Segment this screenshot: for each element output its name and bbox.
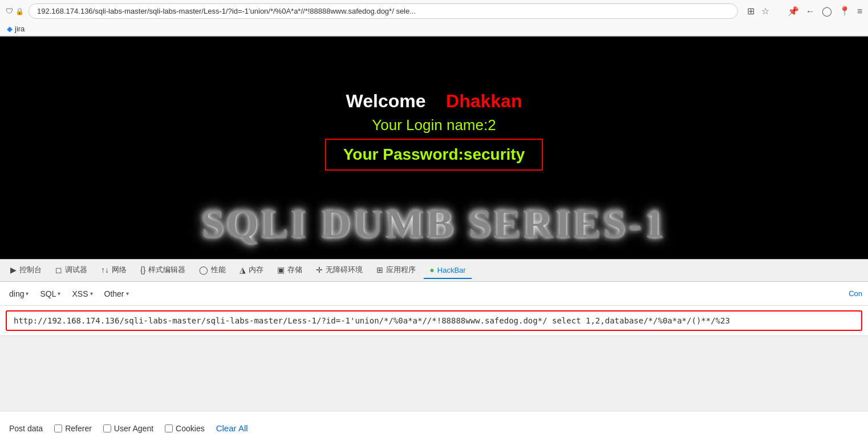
perf-icon: ◯ bbox=[199, 265, 208, 274]
user-agent-label: User Agent bbox=[114, 424, 153, 433]
sqli-title: SQLI DUMB SERIES-1 bbox=[0, 200, 868, 248]
main-content: Welcome Dhakkan Your Login name:2 Your P… bbox=[0, 37, 868, 259]
star-icon[interactable]: ☆ bbox=[761, 6, 769, 17]
devtools-tab-debugger[interactable]: ◻ 调试器 bbox=[50, 261, 93, 280]
debugger-icon: ◻ bbox=[55, 265, 62, 274]
devtools-tab-hackbar[interactable]: ● HackBar bbox=[424, 262, 471, 279]
url-input[interactable] bbox=[6, 310, 862, 331]
apps-icon: ⊞ bbox=[376, 265, 383, 274]
welcome-label: Welcome bbox=[346, 91, 426, 111]
referer-checkbox[interactable] bbox=[54, 424, 62, 432]
perf-label: 性能 bbox=[211, 265, 226, 275]
grid-icon[interactable]: ⊞ bbox=[747, 6, 755, 17]
back-icon[interactable]: ← bbox=[806, 6, 815, 17]
devtools-tab-perf[interactable]: ◯ 性能 bbox=[193, 261, 232, 280]
pin-icon[interactable]: 📌 bbox=[788, 6, 799, 17]
clear-all-button[interactable]: Clear All bbox=[216, 423, 248, 433]
memory-icon: ◮ bbox=[240, 265, 246, 274]
ding-chevron: ▾ bbox=[26, 290, 29, 297]
apps-label: 应用程序 bbox=[386, 265, 416, 275]
bookmark-bar: ◆ jira bbox=[0, 22, 868, 36]
devtools-tab-memory[interactable]: ◮ 内存 bbox=[234, 261, 269, 280]
hackbar-dropdown-other[interactable]: Other ▾ bbox=[101, 288, 132, 300]
menu-icon[interactable]: ≡ bbox=[857, 6, 862, 17]
other-chevron: ▾ bbox=[126, 290, 129, 297]
sql-chevron: ▾ bbox=[58, 290, 60, 297]
bookmark-label: jira bbox=[15, 25, 25, 33]
welcome-heading: Welcome Dhakkan bbox=[325, 91, 543, 112]
xss-chevron: ▾ bbox=[90, 290, 93, 297]
cookies-checkbox[interactable] bbox=[165, 424, 173, 432]
referer-label: Referer bbox=[65, 424, 92, 433]
hackbar-toolbar: ding ▾ SQL ▾ XSS ▾ Other ▾ Con bbox=[0, 282, 868, 306]
jira-icon: ◆ bbox=[7, 25, 13, 33]
devtools-tab-storage[interactable]: ▣ 存储 bbox=[271, 261, 308, 280]
debugger-label: 调试器 bbox=[65, 265, 87, 275]
storage-icon: ▣ bbox=[277, 265, 285, 274]
network-label: 网络 bbox=[112, 265, 127, 275]
address-bar-row: 🛡 🔒 192.168.174.136/sqli-labs-master/sql… bbox=[0, 0, 868, 22]
devtools-tab-console[interactable]: ▶ 控制台 bbox=[5, 261, 47, 280]
cookies-label: Cookies bbox=[176, 424, 205, 433]
devtools-tab-apps[interactable]: ⊞ 应用程序 bbox=[371, 261, 421, 280]
bookmark-jira[interactable]: ◆ jira bbox=[7, 25, 25, 33]
devtools-bar: ▶ 控制台 ◻ 调试器 ↑↓ 网络 {} 样式编辑器 ◯ 性能 ◮ 内存 ▣ 存… bbox=[0, 259, 868, 282]
sql-label: SQL bbox=[40, 289, 56, 298]
sqli-title-text: SQLI DUMB SERIES-1 bbox=[0, 200, 868, 248]
address-bar[interactable]: 192.168.174.136/sqli-labs-master/sqli-la… bbox=[29, 3, 738, 19]
accessibility-icon: ✛ bbox=[316, 265, 323, 274]
hackbar-dropdown-sql[interactable]: SQL ▾ bbox=[36, 288, 64, 300]
browser-chrome: 🛡 🔒 192.168.174.136/sqli-labs-master/sql… bbox=[0, 0, 868, 37]
referer-checkbox-item[interactable]: Referer bbox=[54, 424, 92, 433]
login-name: Your Login name:2 bbox=[325, 116, 543, 134]
password-box: Your Password:security bbox=[325, 139, 543, 171]
circle-icon[interactable]: ◯ bbox=[822, 6, 832, 17]
devtools-tab-accessibility[interactable]: ✛ 无障碍环境 bbox=[310, 261, 368, 280]
user-agent-checkbox[interactable] bbox=[103, 424, 111, 432]
network-icon: ↑↓ bbox=[101, 265, 109, 274]
other-label: Other bbox=[104, 289, 124, 298]
console-icon: ▶ bbox=[10, 265, 17, 274]
devtools-tab-style[interactable]: {} 样式编辑器 bbox=[135, 261, 191, 280]
memory-label: 内存 bbox=[249, 265, 263, 275]
accessibility-label: 无障碍环境 bbox=[326, 265, 363, 275]
user-agent-checkbox-item[interactable]: User Agent bbox=[103, 424, 153, 433]
bottom-bar: Post data Referer User Agent Cookies Cle… bbox=[0, 411, 868, 445]
welcome-name: Dhakkan bbox=[446, 91, 522, 111]
post-data-label: Post data bbox=[9, 424, 43, 433]
devtools-tab-network[interactable]: ↑↓ 网络 bbox=[95, 261, 132, 280]
ding-label: ding bbox=[9, 289, 24, 298]
lock-icon: 🔒 bbox=[15, 7, 24, 15]
style-label: 样式编辑器 bbox=[148, 265, 185, 275]
hackbar-dropdown-ding[interactable]: ding ▾ bbox=[6, 288, 32, 300]
cookies-checkbox-item[interactable]: Cookies bbox=[165, 424, 205, 433]
hackbar-icon: ● bbox=[429, 265, 434, 274]
shield-icon: 🛡 bbox=[6, 7, 13, 15]
console-label: 控制台 bbox=[19, 265, 42, 275]
con-button[interactable]: Con bbox=[849, 289, 862, 298]
address-url-text: 192.168.174.136/sqli-labs-master/sqli-la… bbox=[37, 7, 416, 15]
security-icons: 🛡 🔒 bbox=[6, 7, 24, 15]
hackbar-dropdown-xss[interactable]: XSS ▾ bbox=[68, 288, 96, 300]
browser-toolbar-icons: ⊞ ☆ 📌 ← ◯ 📍 ≡ bbox=[747, 6, 862, 17]
style-icon: {} bbox=[140, 265, 145, 274]
storage-label: 存储 bbox=[287, 265, 302, 275]
xss-label: XSS bbox=[72, 289, 88, 298]
url-input-row bbox=[0, 306, 868, 336]
location-icon[interactable]: 📍 bbox=[839, 6, 850, 17]
hackbar-label: HackBar bbox=[437, 266, 466, 274]
